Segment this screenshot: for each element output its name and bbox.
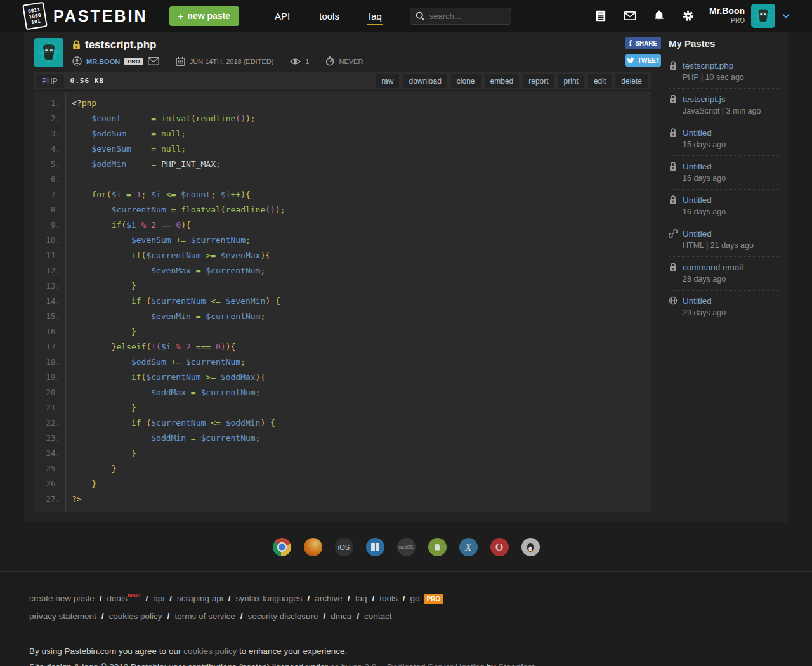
footer-separator: / xyxy=(357,611,359,621)
footer-link-tools[interactable]: tools xyxy=(379,594,398,603)
my-paste-item: Untitled16 days ago xyxy=(669,190,779,223)
embed-button[interactable]: embed xyxy=(485,74,520,88)
my-paste-link[interactable]: Untitled xyxy=(683,162,712,171)
footer-links-row2: privacy statement/cookies policy/terms o… xyxy=(29,608,783,625)
chevron-down-icon[interactable] xyxy=(782,13,790,19)
my-paste-meta: HTML | 21 days ago xyxy=(683,241,779,250)
clone-button[interactable]: clone xyxy=(451,74,481,88)
search-box[interactable] xyxy=(410,8,511,25)
syntax-link[interactable]: PHP xyxy=(36,74,64,88)
footer-link-privacy-statement[interactable]: privacy statement xyxy=(29,611,96,621)
twitter-tweet-button[interactable]: TWEET xyxy=(625,54,661,67)
code-line: $evenMin = $currentNum; xyxy=(72,309,285,324)
delete-button[interactable]: delete xyxy=(615,74,648,88)
line-number: 17. xyxy=(34,339,60,355)
nav-link-api[interactable]: API xyxy=(266,2,299,30)
facebook-icon: f xyxy=(629,38,632,48)
footer-link-go[interactable]: go xyxy=(410,594,419,603)
line-number: 16. xyxy=(34,324,60,339)
lock-icon xyxy=(669,95,678,104)
code-line: ?> xyxy=(72,492,285,507)
my-paste-meta: PHP | 10 sec ago xyxy=(683,73,779,82)
footer-link-contact[interactable]: contact xyxy=(364,611,392,621)
lock-icon xyxy=(669,162,678,171)
line-number: 2. xyxy=(34,111,60,126)
legal-text: to enhance your experience. xyxy=(237,646,347,656)
firefox-icon xyxy=(304,538,322,556)
my-paste-link[interactable]: testscript.js xyxy=(683,95,726,104)
footer-separator: / xyxy=(323,611,325,621)
user-avatar[interactable] xyxy=(751,4,775,28)
code-lines[interactable]: <?php $count = intval(readline()); $oddS… xyxy=(66,92,285,512)
code-line: $evenMax = $currentNum; xyxy=(72,263,285,278)
legal-link[interactable]: Dedicated Server Hosting xyxy=(387,662,485,666)
nav-link-faq[interactable]: faq xyxy=(360,2,391,30)
line-number: 10. xyxy=(34,233,60,248)
code-line xyxy=(72,172,285,187)
messages-icon[interactable] xyxy=(623,9,637,23)
footer-link-terms-of-service[interactable]: terms of service xyxy=(174,611,235,621)
report-button[interactable]: report xyxy=(523,74,554,88)
print-button[interactable]: print xyxy=(558,74,584,88)
pro-badge: PRO xyxy=(424,594,444,604)
legal-link[interactable]: cookies policy xyxy=(183,646,237,656)
footer-separator: / xyxy=(403,594,405,603)
user-block[interactable]: Mr.Boon PRO xyxy=(709,6,745,25)
raw-button[interactable]: raw xyxy=(376,74,399,88)
footer-link-scraping-api[interactable]: scraping api xyxy=(177,594,223,603)
footer-separator: / xyxy=(169,594,172,603)
code-block: 1.2.3.4.5.6.7.8.9.10.11.12.13.14.15.16.1… xyxy=(34,92,651,512)
line-number: 23. xyxy=(34,431,60,446)
notifications-bell-icon[interactable] xyxy=(652,9,666,23)
paste-meta-row: MR.BOON PRO JUN 14TH, 2018 (EDITED) 1 NE… xyxy=(72,56,363,66)
pastebin-logo-icon[interactable]: 0011 1000 101 xyxy=(22,2,48,30)
ios-icon: iOS xyxy=(335,538,353,556)
footer-link-cookies-policy[interactable]: cookies policy xyxy=(109,611,162,621)
code-toolbar: PHP 0.56 KB rawdownloadcloneembedreportp… xyxy=(34,72,651,89)
code-line: $oddMax = $currentNum; xyxy=(72,385,285,400)
legal-link[interactable]: Steadfast xyxy=(498,662,534,666)
settings-gear-icon[interactable] xyxy=(681,9,695,23)
footer-link-archive[interactable]: archive xyxy=(315,594,343,603)
code-line: } xyxy=(72,476,285,492)
footer-link-deals[interactable]: deals xyxy=(107,594,128,603)
sidebar-title: My Pastes xyxy=(669,38,779,55)
my-pastes-sidebar: My Pastes testscript.phpPHP | 10 sec ago… xyxy=(661,32,788,522)
plus-icon: + xyxy=(178,11,184,22)
footer-link-api[interactable]: api xyxy=(153,594,164,603)
my-paste-link[interactable]: Untitled xyxy=(683,296,712,306)
new-paste-button[interactable]: + new paste xyxy=(169,6,239,26)
facebook-share-button[interactable]: f SHARE xyxy=(625,37,661,49)
message-author-icon[interactable] xyxy=(148,57,159,65)
download-button[interactable]: download xyxy=(403,74,447,88)
my-pastes-icon[interactable] xyxy=(594,9,608,23)
brand-title[interactable]: PASTEBIN xyxy=(53,7,148,25)
edit-button[interactable]: edit xyxy=(588,74,612,88)
footer-link-syntax-languages[interactable]: syntax languages xyxy=(235,594,302,603)
user-name: Mr.Boon xyxy=(709,6,745,16)
code-line: } xyxy=(72,446,285,461)
paste-author-avatar[interactable] xyxy=(34,38,63,67)
webos-icon: webOS xyxy=(397,538,416,556)
my-paste-link[interactable]: command email xyxy=(683,263,743,272)
search-input[interactable] xyxy=(429,11,502,21)
nav-link-tools[interactable]: tools xyxy=(310,2,348,30)
my-paste-link[interactable]: Untitled xyxy=(683,128,712,138)
x11-icon: X xyxy=(459,538,478,556)
footer-separator: / xyxy=(228,594,231,603)
author-link[interactable]: MR.BOON xyxy=(86,58,120,65)
platform-icons-row: iOSwebOSXO xyxy=(0,538,812,556)
my-paste-link[interactable]: Untitled xyxy=(683,229,712,238)
user-tier-badge: PRO xyxy=(709,16,745,25)
footer-link-security-disclosure[interactable]: security disclosure xyxy=(247,611,318,621)
legal-link[interactable]: cc by-sa 3.0 xyxy=(330,662,376,666)
footer-link-create-new-paste[interactable]: create new paste xyxy=(29,594,95,603)
my-paste-link[interactable]: Untitled xyxy=(683,195,712,205)
footer-link-faq[interactable]: faq xyxy=(355,594,367,603)
code-line: }elseif(!($i % 2 === 0)){ xyxy=(72,339,285,355)
code-line: if ($currentNum <= $evenMin) { xyxy=(72,294,285,309)
my-paste-link[interactable]: testscript.php xyxy=(683,61,733,70)
footer-separator: / xyxy=(372,594,374,603)
footer-link-dmca[interactable]: dmca xyxy=(331,611,351,621)
paste-date: JUN 14TH, 2018 (EDITED) xyxy=(190,58,274,65)
